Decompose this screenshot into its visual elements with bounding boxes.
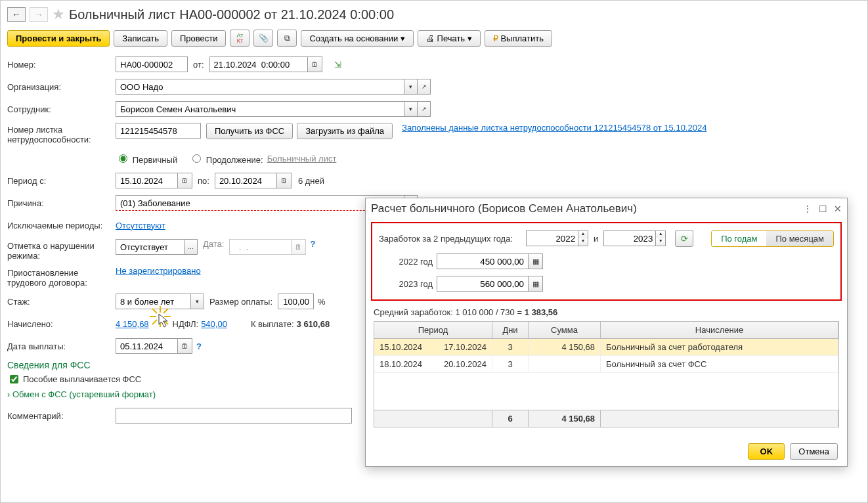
y2-value-input[interactable] xyxy=(437,276,529,292)
spin-down-icon[interactable]: ▼ xyxy=(656,238,665,246)
sicknum-input[interactable] xyxy=(116,123,201,139)
primary-radio[interactable]: Первичный xyxy=(116,152,177,165)
period-from-input[interactable] xyxy=(116,173,178,188)
excl-periods-link[interactable]: Отсутствуют xyxy=(116,221,165,230)
write-button[interactable]: Записать xyxy=(114,30,167,47)
stazh-label: Стаж: xyxy=(7,297,116,307)
pay-button[interactable]: ₽ Выплатить xyxy=(485,30,552,47)
accrued-label: Начислено: xyxy=(7,319,116,329)
dropdown-icon[interactable]: ▾ xyxy=(404,79,418,95)
violation-date-input xyxy=(229,239,292,255)
date-input[interactable] xyxy=(209,56,308,72)
by-years-toggle[interactable]: По годам xyxy=(712,231,766,246)
dropdown-icon[interactable]: ▾ xyxy=(191,294,204,309)
employee-input[interactable] xyxy=(116,101,404,117)
chevron-down-icon: ▾ xyxy=(401,33,405,43)
chevron-down-icon: ▾ xyxy=(467,33,472,43)
structure-icon[interactable]: ⧉ xyxy=(277,30,297,47)
reason-label: Причина: xyxy=(7,198,116,208)
post-and-close-button[interactable]: Провести и закрыть xyxy=(7,30,110,47)
stazh-input[interactable] xyxy=(116,294,191,309)
calc-panel: Расчет больничного (Борисов Семен Анатол… xyxy=(365,198,848,467)
spin-down-icon[interactable]: ▼ xyxy=(578,238,588,246)
col-days: Дни xyxy=(492,322,529,338)
continuation-link[interactable]: Больничный лист xyxy=(267,154,337,164)
nav-forward-button[interactable]: → xyxy=(30,7,48,22)
continuation-radio[interactable]: Продолжение: xyxy=(189,152,263,165)
calc-icon[interactable]: ▦ xyxy=(529,253,543,269)
calendar-icon[interactable]: 🗓 xyxy=(178,338,192,354)
print-button[interactable]: 🖨 Печать ▾ xyxy=(418,30,481,47)
violation-input[interactable] xyxy=(116,239,184,255)
reason-input[interactable] xyxy=(116,195,404,211)
calc-icon[interactable]: ▦ xyxy=(529,276,543,292)
spin-up-icon[interactable]: ▲ xyxy=(578,231,588,238)
fss-data-link[interactable]: Заполнены данные листка нетрудоспособнос… xyxy=(402,123,706,133)
comment-label: Комментарий: xyxy=(7,411,116,421)
percent-label: % xyxy=(318,297,326,307)
sicknum-label: Номер листка нетрудоспособности: xyxy=(7,123,116,144)
employee-label: Сотрудник: xyxy=(7,104,116,114)
pay-date-input[interactable] xyxy=(116,338,178,354)
y1-label: 2022 год xyxy=(387,257,433,267)
col-sum: Сумма xyxy=(529,322,601,338)
days-text: 6 дней xyxy=(298,176,324,186)
and-label: и xyxy=(594,234,598,244)
period-to-label: по: xyxy=(198,176,209,186)
ok-button[interactable]: OK xyxy=(748,443,785,460)
comment-input[interactable] xyxy=(116,408,352,424)
favorite-star-icon[interactable]: ★ xyxy=(52,6,65,23)
suspend-link[interactable]: Не зарегистрировано xyxy=(116,266,201,276)
avg-earning-text: Средний заработок: 1 010 000 / 730 = 1 3… xyxy=(374,307,839,317)
accrual-table: Период Дни Сумма Начисление 15.10.202417… xyxy=(374,321,839,427)
export-icon[interactable]: ⇲ xyxy=(334,60,341,70)
ruble-icon: ₽ xyxy=(493,33,498,43)
by-months-toggle[interactable]: По месяцам xyxy=(766,231,833,246)
calendar-icon[interactable]: 🗓 xyxy=(308,56,322,72)
col-period: Период xyxy=(374,322,492,338)
org-label: Организация: xyxy=(7,82,116,92)
dropdown-icon[interactable]: ▾ xyxy=(404,101,418,117)
col-accrual: Начисление xyxy=(601,322,838,338)
open-icon[interactable]: ↗ xyxy=(418,79,431,95)
debit-credit-icon[interactable]: АтКт xyxy=(230,30,250,47)
year2-input[interactable] xyxy=(603,230,656,246)
calendar-icon[interactable]: 🗓 xyxy=(178,173,192,188)
ellipsis-icon[interactable]: … xyxy=(184,239,198,255)
nav-back-button[interactable]: ← xyxy=(7,7,26,22)
period-to-input[interactable] xyxy=(215,173,277,188)
open-icon[interactable]: ↗ xyxy=(418,101,431,117)
refresh-icon[interactable]: ⟳ xyxy=(675,230,693,247)
pay-date-label: Дата выплаты: xyxy=(7,341,116,351)
create-on-basis-button[interactable]: Создать на основании ▾ xyxy=(301,30,414,47)
calendar-icon[interactable]: 🗓 xyxy=(277,173,292,188)
close-icon[interactable]: ✕ xyxy=(834,204,842,214)
page-title: Больничный лист НА00-000002 от 21.10.202… xyxy=(69,7,394,22)
to-pay-value: 3 610,68 xyxy=(297,319,330,329)
year1-input[interactable] xyxy=(526,230,578,246)
y1-value-input[interactable] xyxy=(437,253,529,269)
load-from-file-button[interactable]: Загрузить из файла xyxy=(297,123,393,139)
period-from-label: Период с: xyxy=(7,176,116,186)
accrued-link[interactable]: 4 150,68 xyxy=(116,319,149,329)
help-icon[interactable]: ? xyxy=(310,239,315,249)
excl-periods-label: Исключаемые периоды: xyxy=(7,221,116,230)
view-toggle: По годам По месяцам xyxy=(711,230,834,247)
org-input[interactable] xyxy=(116,79,404,95)
table-row[interactable]: 15.10.202417.10.2024 3 4 150,68 Больничн… xyxy=(374,339,838,356)
size-input[interactable] xyxy=(278,294,314,309)
attach-icon[interactable]: 📎 xyxy=(253,30,273,47)
table-row[interactable]: 18.10.202420.10.2024 3 Больничный за сче… xyxy=(374,356,838,373)
ndfl-link[interactable]: 540,00 xyxy=(201,319,227,329)
number-input[interactable] xyxy=(116,56,188,72)
maximize-icon[interactable]: ☐ xyxy=(819,204,827,214)
get-from-fss-button[interactable]: Получить из ФСС xyxy=(206,123,293,139)
post-button[interactable]: Провести xyxy=(171,30,227,47)
help-icon[interactable]: ? xyxy=(196,341,202,351)
y2-label: 2023 год xyxy=(387,279,433,289)
spin-up-icon[interactable]: ▲ xyxy=(656,231,665,238)
more-icon[interactable]: ⋮ xyxy=(803,204,812,214)
from-label: от: xyxy=(193,60,204,70)
earn-2y-label: Заработок за 2 предыдущих года: xyxy=(379,234,513,244)
cancel-button[interactable]: Отмена xyxy=(790,443,838,460)
